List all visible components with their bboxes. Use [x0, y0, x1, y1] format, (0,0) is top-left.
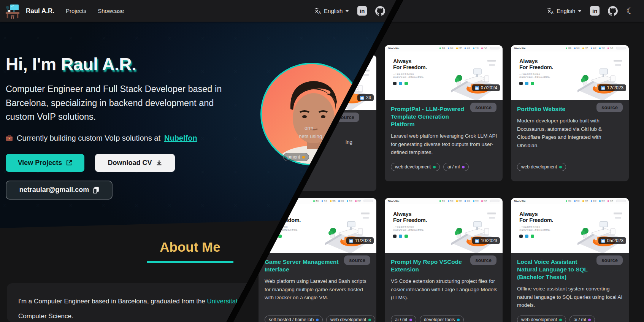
briefcase-icon — [6, 135, 13, 141]
project-tag[interactable]: ai / ml — [391, 316, 416, 322]
project-description: Modern developer portfolio built with Do… — [517, 117, 623, 149]
thumb-wiki-title: 7Wate's Wiki — [388, 200, 399, 202]
external-link-icon — [66, 160, 72, 166]
github-icon[interactable] — [375, 6, 385, 16]
project-tag[interactable]: ai / ml — [443, 163, 469, 171]
thumb-hero-title: AlwaysFor Freedom. — [393, 211, 442, 223]
thumb-wechat-chip — [404, 82, 408, 85]
tag-dot — [588, 319, 591, 321]
project-title[interactable]: Local Voice Assistant Natural Language t… — [517, 258, 595, 281]
project-card[interactable]: 7Wate's Wiki 博客 链接 社区 职业 生活 艺术 AlwaysFor… — [511, 45, 629, 181]
thumb-calendar-chip — [525, 235, 528, 238]
svg-text:A: A — [551, 11, 553, 14]
nav-link-showcase[interactable]: Showcase — [98, 8, 124, 14]
source-button[interactable]: source — [596, 103, 623, 112]
site-logo-icon[interactable] — [5, 3, 21, 19]
date-badge: 11/2023 — [346, 237, 374, 244]
screenshot-stage: Raul A.R. Projects Showcase A — [0, 0, 644, 322]
svg-text:A: A — [318, 11, 320, 14]
nav-link-projects[interactable]: Projects — [66, 8, 86, 14]
tag-dot — [433, 166, 436, 168]
view-projects-button[interactable]: View Projects — [6, 154, 84, 172]
hero-heading: Hi, I'm Raul A.R. — [6, 54, 249, 75]
tag-dot — [302, 156, 305, 159]
source-button[interactable]: source — [470, 103, 496, 112]
linkedin-icon[interactable]: in — [357, 6, 367, 16]
download-cv-button[interactable]: Download CV — [95, 154, 175, 172]
project-tag[interactable]: self-hosted / home lab — [265, 316, 323, 322]
calendar-icon — [601, 86, 605, 90]
thumb-calendar-chip — [273, 235, 276, 238]
thumb-search-box — [616, 47, 626, 49]
translate-icon: A — [314, 7, 321, 14]
email-copy-button[interactable]: netraular@gmail.com — [6, 181, 113, 200]
calendar-icon — [360, 96, 364, 100]
date-badge: 07/2024 — [472, 84, 500, 91]
project-title[interactable]: PromptPal - LLM-Powered Template Generat… — [391, 105, 469, 128]
thumb-hero-title: AlwaysFor Freedom. — [519, 211, 568, 223]
project-card[interactable]: 7Wate's Wiki 博客 链接 社区 职业 生活 艺术 AlwaysFor… — [385, 198, 503, 322]
thumb-hero-subtitle: 一个喜欢异想天开的家伙在这里记录知识，希望对你也有帮助。 — [393, 225, 442, 232]
theme-toggle-moon-icon[interactable]: ☾ — [626, 7, 634, 15]
thumb-calendar-chip — [525, 82, 528, 85]
brand-name[interactable]: Raul A.R. — [26, 7, 54, 15]
thumb-wiki-title: 7Wate's Wiki — [514, 200, 525, 202]
about-title-underline — [147, 261, 233, 263]
project-description: Laravel web platform leveraging Grok LLM… — [391, 132, 497, 157]
language-selector[interactable]: A English — [314, 7, 349, 14]
thumb-hero-subtitle: 一个喜欢异想天开的家伙在这里记录知识，希望对你也有帮助。 — [519, 73, 568, 79]
chevron-down-icon — [578, 10, 582, 12]
github-icon[interactable] — [608, 6, 618, 16]
project-title[interactable]: Portfolio Website — [517, 105, 595, 113]
project-tag[interactable]: web development — [391, 163, 440, 171]
nubelfon-link[interactable]: Nubelfon — [164, 134, 197, 143]
thumb-hero-title: AlwaysFor Freedom. — [393, 58, 442, 70]
tag-dot — [559, 319, 562, 321]
project-card[interactable]: 7Wate's Wiki 博客 链接 社区 职业 生活 艺术 AlwaysFor… — [511, 198, 629, 322]
thumb-search-box — [616, 200, 626, 202]
calendar-icon — [475, 239, 479, 243]
thumb-mini-navbar: 7Wate's Wiki 博客 链接 社区 职业 生活 艺术 — [511, 198, 629, 204]
project-tag[interactable]: developer tools — [420, 316, 464, 322]
thumb-isometric-illustration — [568, 206, 629, 253]
language-label: English — [324, 8, 343, 14]
project-description: Offline voice assistant system convertin… — [517, 285, 623, 309]
calendar-icon — [601, 239, 605, 243]
project-tag[interactable]: web development — [326, 316, 375, 322]
language-selector[interactable]: A English — [547, 7, 582, 14]
thumb-github-chip — [519, 235, 523, 238]
thumb-wechat-chip — [278, 235, 282, 238]
project-tag[interactable]: web development — [517, 163, 566, 171]
thumb-mini-navbar: 7Wate's Wiki 博客 链接 社区 职业 生活 艺术 — [385, 45, 503, 51]
tag-dot — [457, 319, 460, 321]
hero-name: Raul A.R. — [61, 54, 136, 74]
tag-dot — [559, 166, 562, 168]
date-badge: 05/2023 — [598, 237, 626, 244]
university-link[interactable]: Universitat — [207, 298, 238, 305]
tag-dot — [368, 319, 371, 321]
source-button[interactable]: source — [470, 255, 496, 265]
linkedin-icon[interactable]: in — [590, 6, 600, 16]
project-description: VS Code extension structuring project fi… — [391, 277, 497, 302]
thumb-isometric-illustration — [442, 206, 503, 253]
source-button[interactable]: source — [596, 255, 623, 265]
thumb-github-chip — [393, 235, 397, 238]
description-fragment: ing — [346, 139, 352, 145]
project-thumbnail: 7Wate's Wiki 博客 链接 社区 职业 生活 艺术 AlwaysFor… — [511, 45, 629, 100]
clipped-tag-fragment: pment — [283, 153, 309, 161]
project-title[interactable]: Game Server Management Interface — [265, 258, 343, 273]
translate-icon: A — [547, 7, 554, 14]
project-description: Web platform using Laravel and Bash scri… — [265, 277, 371, 302]
project-card[interactable]: 7Wate's Wiki 博客 链接 社区 职业 生活 艺术 AlwaysFor… — [385, 45, 503, 181]
tag-dot — [409, 319, 412, 321]
clipped-text-fragment: nets using — [299, 133, 322, 139]
thumb-github-chip — [519, 82, 523, 85]
project-tag[interactable]: web development — [517, 316, 566, 322]
source-button[interactable]: source — [344, 255, 370, 265]
project-title[interactable]: Prompt My Repo VSCode Extension — [391, 258, 469, 273]
calendar-icon — [475, 86, 479, 90]
thumb-search-box — [490, 47, 500, 49]
thumb-hero-subtitle: 一个喜欢异想天开的家伙在这里记录知识，希望对你也有帮助。 — [519, 225, 568, 232]
thumb-hero-subtitle: 一个喜欢异想天开的家伙在这里记录知识，希望对你也有帮助。 — [393, 73, 442, 79]
project-tag[interactable]: ai / ml — [569, 316, 595, 322]
